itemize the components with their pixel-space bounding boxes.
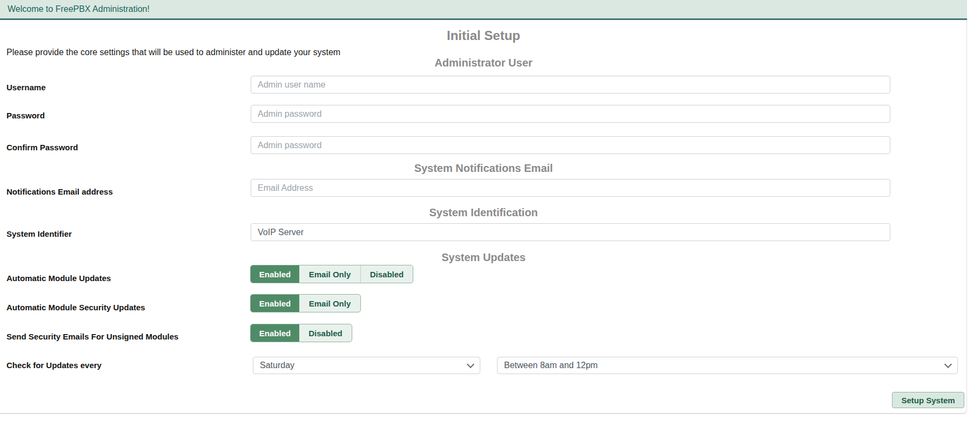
automatic-module-updates-enabled-button[interactable]: Enabled: [251, 265, 299, 283]
automatic-module-security-updates-enabled-button[interactable]: Enabled: [251, 295, 299, 312]
section-heading-administrator-user: Administrator User: [0, 57, 967, 69]
update-time-select-value: Between 8am and 12pm: [504, 361, 598, 370]
page-title: Initial Setup: [0, 28, 967, 43]
intro-text: Please provide the core settings that wi…: [6, 48, 340, 57]
system-identifier-label: System Identifier: [6, 229, 72, 238]
automatic-module-security-updates-email-only-button[interactable]: Email Only: [299, 295, 360, 312]
send-security-emails-unsigned-disabled-button[interactable]: Disabled: [299, 324, 352, 342]
automatic-module-security-updates-toggle: Enabled Email Only: [250, 294, 361, 312]
section-heading-system-identification: System Identification: [0, 206, 967, 219]
automatic-module-updates-label: Automatic Module Updates: [6, 274, 111, 283]
system-identifier-input[interactable]: [251, 223, 890, 241]
confirm-password-label: Confirm Password: [6, 143, 78, 152]
send-security-emails-unsigned-label: Send Security Emails For Unsigned Module…: [6, 332, 178, 341]
automatic-module-updates-toggle: Enabled Email Only Disabled: [250, 265, 413, 283]
password-input[interactable]: [251, 105, 890, 123]
section-heading-system-notifications-email: System Notifications Email: [0, 162, 967, 175]
chevron-down-icon: [944, 361, 952, 368]
notifications-email-label: Notifications Email address: [6, 187, 113, 196]
update-time-select[interactable]: Between 8am and 12pm: [497, 357, 958, 374]
send-security-emails-unsigned-enabled-button[interactable]: Enabled: [251, 324, 299, 342]
automatic-module-updates-email-only-button[interactable]: Email Only: [299, 265, 360, 283]
notifications-email-input[interactable]: [251, 179, 890, 197]
welcome-banner-text: Welcome to FreePBX Administration!: [8, 4, 150, 14]
automatic-module-updates-disabled-button[interactable]: Disabled: [360, 265, 413, 283]
welcome-banner: Welcome to FreePBX Administration!: [0, 0, 967, 20]
update-day-select[interactable]: Saturday: [253, 357, 480, 374]
confirm-password-input[interactable]: [251, 136, 890, 154]
send-security-emails-unsigned-toggle: Enabled Disabled: [250, 324, 352, 342]
freepbx-initial-setup-screen: Welcome to FreePBX Administration! Initi…: [0, 0, 980, 433]
username-input[interactable]: [251, 76, 890, 94]
update-day-select-value: Saturday: [260, 361, 294, 370]
chevron-down-icon: [467, 361, 474, 368]
check-for-updates-label: Check for Updates every: [6, 361, 102, 370]
password-label: Password: [6, 111, 45, 120]
automatic-module-security-updates-label: Automatic Module Security Updates: [6, 303, 145, 312]
username-label: Username: [6, 83, 46, 92]
section-heading-system-updates: System Updates: [0, 251, 967, 264]
setup-system-button[interactable]: Setup System: [892, 392, 964, 408]
